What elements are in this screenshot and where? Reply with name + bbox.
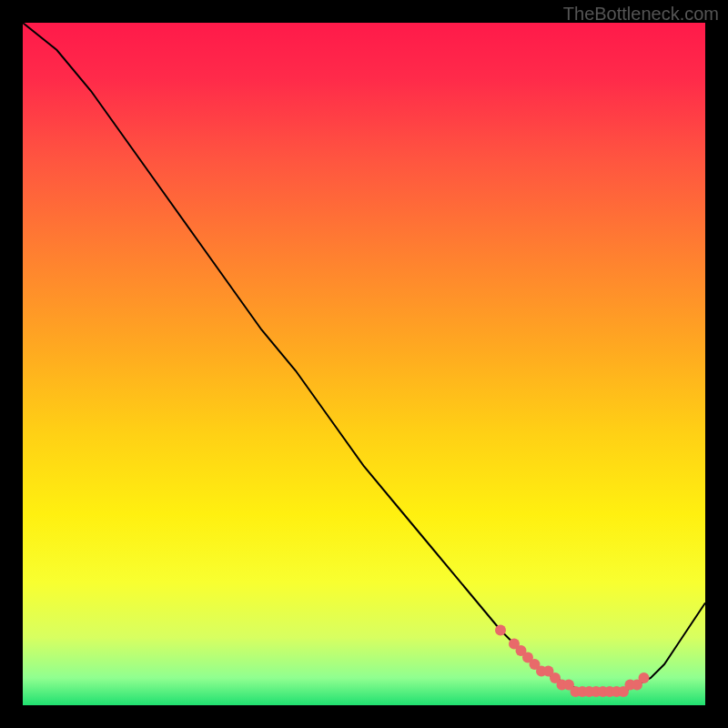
minimum-marker-dot — [495, 625, 506, 636]
bottleneck-curve-line — [23, 23, 705, 692]
minimum-marker-dot — [639, 672, 650, 683]
watermark-text: TheBottleneck.com — [563, 4, 719, 25]
minimum-markers-group — [495, 625, 650, 698]
chart-svg — [23, 23, 705, 705]
chart-plot-area — [23, 23, 705, 705]
